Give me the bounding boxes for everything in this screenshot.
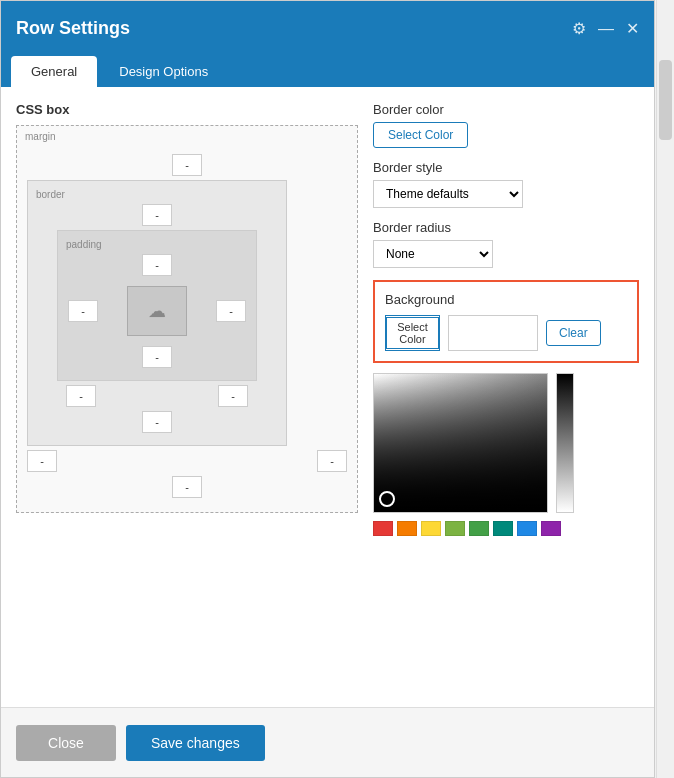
dialog: Row Settings ⚙ — ✕ General Design Option… — [0, 0, 655, 778]
swatch-blue[interactable] — [517, 521, 537, 536]
border-top-input[interactable] — [142, 204, 172, 226]
margin-bottom-input[interactable] — [172, 476, 202, 498]
css-box-section: CSS box margin border — [16, 102, 358, 536]
scrollbar-thumb[interactable] — [659, 60, 672, 140]
padding-box: padding ☁ — [57, 230, 257, 381]
background-section: Background Select Color Clear — [373, 280, 639, 363]
swatch-yellow[interactable] — [421, 521, 441, 536]
swatch-red[interactable] — [373, 521, 393, 536]
padding-label: padding — [66, 239, 248, 250]
margin-top-input[interactable] — [172, 154, 202, 176]
background-title: Background — [385, 292, 627, 307]
border-radius-select[interactable]: None Small Medium Large — [373, 240, 493, 268]
border-style-label: Border style — [373, 160, 639, 175]
border-top-row — [36, 204, 278, 226]
dialog-tabs: General Design Options — [1, 56, 654, 87]
margin-top-row — [27, 154, 347, 176]
gradient-overlay — [374, 374, 547, 512]
bg-color-preview: Select Color — [385, 315, 440, 351]
css-box-title: CSS box — [16, 102, 358, 117]
content-box: ☁ — [127, 286, 187, 336]
border-color-group: Border color Select Color — [373, 102, 639, 148]
gradient-circle[interactable] — [379, 491, 395, 507]
tab-general[interactable]: General — [11, 56, 97, 87]
border-radius-group: Border radius None Small Medium Large — [373, 220, 639, 268]
swatch-light-green[interactable] — [445, 521, 465, 536]
outer-left-input[interactable] — [66, 385, 96, 407]
margin-bottom-row — [27, 476, 347, 498]
border-color-button[interactable]: Select Color — [373, 122, 468, 148]
css-box-container: margin border padding — [16, 125, 358, 513]
save-button[interactable]: Save changes — [126, 725, 265, 761]
gradient-container — [373, 373, 548, 513]
swatch-purple[interactable] — [541, 521, 561, 536]
close-button[interactable]: Close — [16, 725, 116, 761]
scrollbar-track[interactable] — [657, 0, 674, 778]
color-picker-area — [373, 373, 639, 513]
border-color-label: Border color — [373, 102, 639, 117]
header-icons: ⚙ — ✕ — [572, 19, 639, 38]
content-row: ☁ — [66, 280, 248, 342]
margin-side-row — [27, 450, 347, 472]
margin-left-outer-input[interactable] — [27, 450, 57, 472]
right-settings: Border color Select Color Border style T… — [373, 102, 639, 536]
close-icon[interactable]: ✕ — [626, 19, 639, 38]
scrollbar[interactable] — [656, 0, 674, 778]
tab-design-options[interactable]: Design Options — [99, 56, 228, 87]
swatch-orange[interactable] — [397, 521, 417, 536]
border-bottom-row — [36, 411, 278, 433]
minimize-icon[interactable]: — — [598, 20, 614, 38]
border-side-row — [36, 385, 278, 407]
color-swatches — [373, 521, 639, 536]
dialog-body: CSS box margin border — [1, 87, 654, 707]
gradient-box[interactable] — [373, 373, 548, 513]
dialog-footer: Close Save changes — [1, 707, 654, 777]
border-style-select[interactable]: Theme defaults Solid Dashed Dotted None — [373, 180, 523, 208]
border-bottom-input[interactable] — [142, 411, 172, 433]
padding-right-input[interactable] — [216, 300, 246, 322]
swatch-teal[interactable] — [493, 521, 513, 536]
main-content: CSS box margin border — [16, 102, 639, 536]
padding-top-row — [66, 254, 248, 276]
background-controls: Select Color Clear — [385, 315, 627, 351]
border-style-group: Border style Theme defaults Solid Dashed… — [373, 160, 639, 208]
clear-button[interactable]: Clear — [546, 320, 601, 346]
margin-label: margin — [25, 131, 56, 142]
swatch-green[interactable] — [469, 521, 489, 536]
padding-top-input[interactable] — [142, 254, 172, 276]
margin-right-outer-input[interactable] — [317, 450, 347, 472]
outer-right-input[interactable] — [218, 385, 248, 407]
bg-select-color-button[interactable]: Select Color — [386, 317, 439, 349]
hue-bar[interactable] — [556, 373, 574, 513]
gear-icon[interactable]: ⚙ — [572, 19, 586, 38]
padding-bottom-row — [66, 346, 248, 368]
dialog-title: Row Settings — [16, 18, 130, 39]
dialog-header: Row Settings ⚙ — ✕ — [1, 1, 654, 56]
bg-color-input[interactable] — [448, 315, 538, 351]
padding-bottom-input[interactable] — [142, 346, 172, 368]
border-label: border — [36, 189, 278, 200]
border-radius-label: Border radius — [373, 220, 639, 235]
padding-left-input[interactable] — [68, 300, 98, 322]
border-box: border padding — [27, 180, 287, 446]
